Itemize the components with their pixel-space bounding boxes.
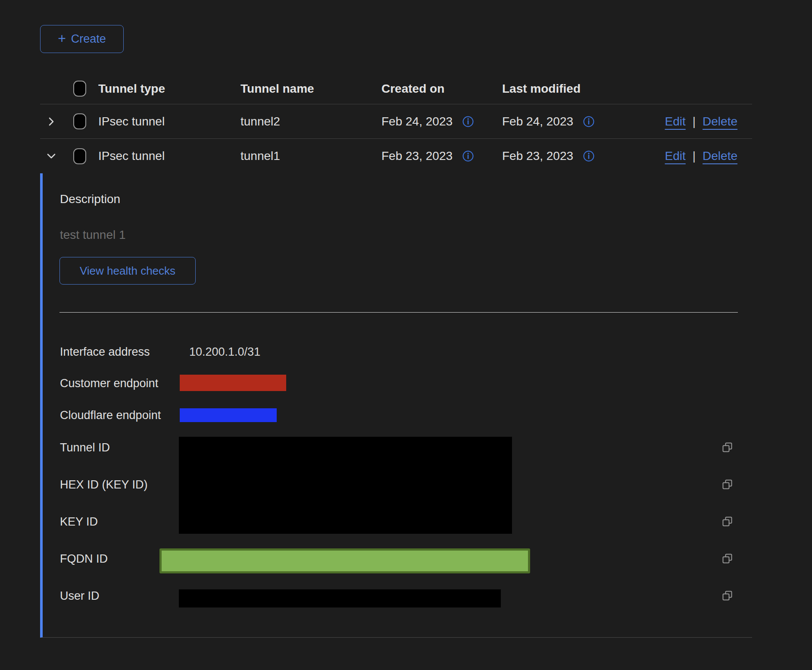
created-on-cell: Feb 23, 2023	[381, 149, 453, 163]
expand-row-button[interactable]	[40, 115, 61, 128]
header-last-modified: Last modified	[502, 82, 664, 96]
chevron-down-icon	[45, 150, 58, 163]
fqdn-id-redacted-value	[159, 548, 530, 573]
panel-divider	[59, 312, 738, 313]
cloudflare-endpoint-redacted-value	[180, 408, 277, 422]
chevron-right-icon	[45, 115, 58, 128]
info-circle-icon[interactable]	[583, 116, 595, 128]
cloudflare-endpoint-label: Cloudflare endpoint	[60, 408, 161, 422]
tunnel-name-cell: tunnel1	[240, 149, 381, 163]
actions-separator: |	[693, 115, 696, 128]
user-id-label: User ID	[60, 589, 100, 603]
header-tunnel-name: Tunnel name	[240, 82, 381, 96]
table-row: IPsec tunnel tunnel1 Feb 23, 2023 Feb 23…	[40, 139, 752, 173]
plus-icon: +	[58, 31, 66, 45]
header-tunnel-type: Tunnel type	[98, 82, 240, 96]
tunnel-name-cell: tunnel2	[240, 115, 381, 128]
row-checkbox[interactable]	[73, 148, 86, 164]
tunnel-type-cell: IPsec tunnel	[98, 115, 240, 128]
ids-redacted-block	[179, 437, 512, 534]
edit-link[interactable]: Edit	[665, 115, 686, 128]
created-on-cell: Feb 24, 2023	[381, 115, 453, 128]
description-value: test tunnel 1	[60, 228, 126, 242]
actions-separator: |	[693, 149, 696, 163]
header-created-on: Created on	[381, 82, 502, 96]
table-header-row: Tunnel type Tunnel name Created on Last …	[40, 73, 752, 104]
copy-icon[interactable]	[722, 590, 733, 601]
customer-endpoint-label: Customer endpoint	[60, 376, 158, 390]
info-circle-icon[interactable]	[462, 116, 474, 128]
tunnel-table: Tunnel type Tunnel name Created on Last …	[40, 73, 752, 173]
edit-link[interactable]: Edit	[665, 149, 686, 163]
collapse-row-button[interactable]	[40, 150, 61, 163]
hex-id-label: HEX ID (KEY ID)	[60, 478, 148, 492]
description-label: Description	[60, 192, 120, 206]
key-id-label: KEY ID	[60, 515, 98, 529]
copy-icon[interactable]	[722, 553, 733, 564]
copy-icon[interactable]	[722, 442, 733, 453]
interface-address-value: 10.200.1.0/31	[189, 345, 260, 359]
last-modified-cell: Feb 24, 2023	[502, 115, 573, 128]
select-all-checkbox[interactable]	[73, 81, 86, 97]
delete-link[interactable]: Delete	[703, 115, 737, 128]
customer-endpoint-redacted-value	[180, 375, 286, 391]
create-button[interactable]: + Create	[40, 25, 124, 53]
row-checkbox[interactable]	[73, 113, 86, 129]
tunnel-type-cell: IPsec tunnel	[98, 149, 240, 163]
user-id-redacted-value	[179, 589, 501, 607]
tunnel-detail-panel: Description test tunnel 1 View health ch…	[40, 173, 752, 638]
tunnel-id-label: Tunnel ID	[60, 441, 110, 454]
create-button-label: Create	[71, 32, 106, 46]
view-health-checks-button[interactable]: View health checks	[59, 257, 196, 285]
fqdn-id-label: FQDN ID	[60, 552, 108, 566]
info-circle-icon[interactable]	[462, 150, 474, 162]
last-modified-cell: Feb 23, 2023	[502, 149, 573, 163]
copy-icon[interactable]	[722, 479, 733, 490]
table-row: IPsec tunnel tunnel2 Feb 24, 2023 Feb 24…	[40, 104, 752, 139]
info-circle-icon[interactable]	[583, 150, 595, 162]
delete-link[interactable]: Delete	[703, 149, 737, 163]
interface-address-label: Interface address	[60, 345, 150, 359]
copy-icon[interactable]	[722, 516, 733, 527]
